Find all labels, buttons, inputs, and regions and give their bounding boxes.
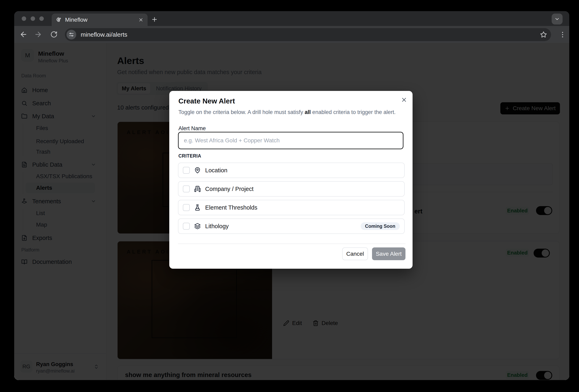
tab-strip: Mineflow bbox=[14, 11, 569, 26]
modal-subtitle: Toggle on the criteria below. A drill ho… bbox=[178, 109, 403, 115]
chevron-down-icon bbox=[554, 16, 560, 22]
layers-icon bbox=[194, 223, 201, 229]
site-info-button[interactable] bbox=[67, 30, 76, 40]
modal-subtitle-bold: all bbox=[305, 109, 311, 115]
back-button[interactable] bbox=[19, 30, 28, 39]
tune-icon bbox=[69, 32, 74, 37]
divider bbox=[178, 244, 405, 244]
url-bar[interactable]: mineflow.ai/alerts bbox=[65, 28, 551, 41]
criteria-label: Lithology bbox=[205, 223, 356, 230]
url-text: mineflow.ai/alerts bbox=[81, 31, 540, 38]
map-pin-icon bbox=[194, 167, 201, 173]
bookmark-star-icon[interactable] bbox=[540, 31, 547, 38]
location-checkbox[interactable] bbox=[183, 167, 190, 174]
element-thresholds-checkbox[interactable] bbox=[183, 204, 190, 211]
alert-name-field-wrap bbox=[178, 132, 403, 149]
save-alert-button[interactable]: Save Alert bbox=[372, 247, 405, 260]
building-icon bbox=[194, 186, 201, 192]
flask-icon bbox=[194, 204, 201, 211]
criteria-row-location[interactable]: Location bbox=[178, 163, 405, 178]
alert-name-label: Alert Name bbox=[178, 125, 206, 132]
criteria-row-lithology[interactable]: Lithology Coming Soon bbox=[178, 219, 405, 234]
close-icon[interactable] bbox=[401, 97, 407, 103]
create-new-alert-modal: Create New Alert Toggle on the criteria … bbox=[169, 91, 413, 269]
browser-tab[interactable]: Mineflow bbox=[52, 14, 147, 26]
favicon-brain-drill-icon bbox=[56, 17, 62, 23]
browser-menu-button[interactable] bbox=[559, 31, 567, 39]
criteria-heading: CRITERIA bbox=[178, 153, 201, 159]
browser-toolbar: mineflow.ai/alerts bbox=[14, 26, 569, 43]
modal-title: Create New Alert bbox=[178, 97, 235, 105]
reload-button[interactable] bbox=[50, 31, 58, 38]
tab-close-icon[interactable] bbox=[138, 17, 144, 22]
criteria-label: Element Thresholds bbox=[205, 204, 400, 211]
traffic-light-zoom[interactable] bbox=[39, 16, 44, 21]
criteria-row-company-project[interactable]: Company / Project bbox=[178, 181, 405, 197]
modal-subtitle-text: Toggle on the criteria below. A drill ho… bbox=[178, 109, 305, 115]
browser-window: Mineflow mineflow.ai/alerts M Mineflow M… bbox=[14, 11, 569, 380]
tab-title: Mineflow bbox=[65, 17, 135, 23]
new-tab-button[interactable] bbox=[151, 16, 158, 23]
alert-name-input[interactable] bbox=[179, 132, 403, 149]
criteria-label: Location bbox=[205, 167, 400, 174]
criteria-row-element-thresholds[interactable]: Element Thresholds bbox=[178, 200, 405, 215]
lithology-checkbox[interactable] bbox=[183, 223, 190, 230]
cancel-button[interactable]: Cancel bbox=[342, 247, 368, 260]
traffic-light-close[interactable] bbox=[22, 16, 26, 21]
company-project-checkbox[interactable] bbox=[183, 185, 190, 192]
forward-button[interactable] bbox=[34, 30, 42, 39]
tab-search-button[interactable] bbox=[552, 14, 563, 24]
traffic-light-minimize[interactable] bbox=[31, 16, 35, 21]
coming-soon-badge: Coming Soon bbox=[361, 222, 400, 230]
modal-subtitle-text: enabled criteria to trigger the alert. bbox=[311, 109, 396, 115]
criteria-label: Company / Project bbox=[205, 186, 400, 192]
